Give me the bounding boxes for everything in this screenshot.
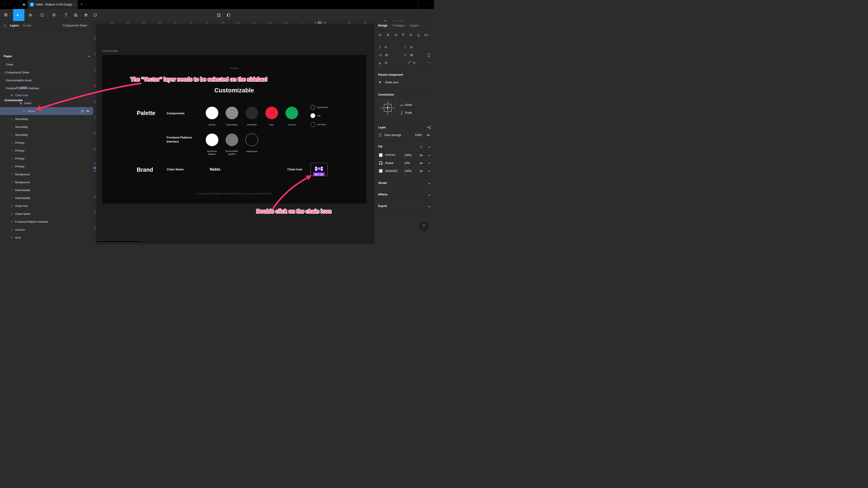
swatch-background[interactable] [246,133,258,146]
layer-row[interactable]: ○Primary [0,162,93,170]
layer-row[interactable]: ○Intermediate [0,194,93,202]
layer-row-vector-selected[interactable]: ▾ Vector [0,107,93,115]
layer-row[interactable]: ○Primary [0,139,93,147]
distribute-menu[interactable]: ⌄ [424,33,430,37]
main-menu-button[interactable]: ⌄ [3,9,11,21]
tab-design[interactable]: Design [378,24,388,27]
fill-color-value[interactable]: FFFFFF [385,154,396,157]
remove-fill-icon[interactable] [428,170,431,173]
swatch-bg-secondary-gradient[interactable] [225,133,238,146]
move-tool-button[interactable]: ⌄ [13,9,24,21]
layer-row[interactable]: ○Background [0,170,93,178]
document-tab[interactable]: nabla - Outpost UI Kit (Copy) × [28,0,78,9]
corner-radius-input[interactable]: 0 [413,61,415,65]
layer-row[interactable]: TChain Icon [0,202,93,210]
align-left-icon[interactable] [379,33,382,37]
layer-row[interactable]: ❖Chain Icon [0,91,93,99]
window-control-icon[interactable] [2,3,4,5]
comment-tool-button[interactable] [91,9,99,21]
blend-mode-select[interactable]: Pass through [384,133,401,137]
swatch-success[interactable] [285,107,298,119]
fill-swatch[interactable] [379,153,382,157]
fill-color-value[interactable]: DDDDDD [385,169,397,173]
add-page-button[interactable]: + [88,54,90,58]
constraints-widget[interactable] [379,100,396,116]
align-bottom-icon[interactable] [417,33,421,37]
fill-opacity[interactable]: 100% [404,169,412,173]
align-top-icon[interactable] [401,33,405,37]
layer-row[interactable]: TFrontend Platform Interface [0,218,93,226]
add-fill-button[interactable]: + [428,145,430,149]
customizable-frame[interactable]: nabla Customizable Palette Components pr… [102,55,366,203]
layer-row[interactable]: TChain Name [0,210,93,218]
tab-assets[interactable]: Assets [23,24,31,27]
w-input[interactable]: 32 [385,54,388,57]
swatch-error[interactable] [266,107,278,119]
add-stroke-button[interactable]: + [428,182,430,185]
hand-tool-button[interactable] [82,9,90,21]
tab-layers[interactable]: Layers [10,24,19,27]
swatch-bg-primary-gradient[interactable] [206,133,218,146]
add-effect-button[interactable]: + [428,193,430,197]
search-icon[interactable] [4,24,7,27]
page-selector[interactable]: Components Sheet ⌃ [63,24,90,27]
layer-row[interactable]: ○Secondary [0,131,93,139]
visibility-eye-icon[interactable] [427,134,430,137]
visibility-eye-icon[interactable] [86,109,90,112]
more-options-icon[interactable]: ⋯ [427,61,430,64]
fill-swatch[interactable] [379,169,382,173]
visibility-eye-icon[interactable] [420,170,423,173]
layer-row[interactable]: ○Primary [0,147,93,155]
horizontal-constraint-select[interactable]: Scale [405,103,412,106]
pen-tool-button[interactable]: ⌄ [51,9,60,21]
x-input[interactable]: 0 [385,46,386,49]
window-control-icon[interactable] [8,3,10,5]
frame-tool-button[interactable]: ⌄ [27,9,36,21]
layer-row[interactable]: Tsuccess [0,226,93,234]
add-export-button[interactable]: + [428,204,430,208]
close-tab-icon[interactable]: × [74,3,75,6]
layer-row[interactable]: ○Primary [0,155,93,162]
fill-swatch-radial[interactable] [379,161,382,165]
mask-button[interactable] [224,9,232,21]
swatch-text[interactable] [311,113,315,118]
remove-fill-icon[interactable] [428,162,431,165]
constrain-proportions-icon[interactable] [428,53,430,57]
layer-row[interactable]: TNabla [0,84,93,91]
unlock-icon[interactable] [81,109,84,112]
styles-grid-icon[interactable] [420,145,423,149]
remove-fill-icon[interactable] [428,154,431,157]
layer-row[interactable]: ○Secondary [0,115,93,123]
expand-arrow-icon[interactable]: ▾ [22,109,26,113]
layer-row[interactable]: Terror [0,234,93,241]
browser-menu-icon[interactable]: ⋯ [425,2,429,6]
layer-row[interactable]: ○Secondary [0,123,93,131]
rotation-input[interactable]: 0° [385,61,388,65]
edit-object-button[interactable] [215,9,223,21]
fill-opacity[interactable]: 20% [404,162,410,165]
y-input[interactable]: 11 [410,46,413,49]
align-vertical-center-icon[interactable] [409,33,413,37]
shape-tool-button[interactable]: ⌄ [39,9,48,21]
layer-row[interactable]: ◆Nabla [0,99,93,107]
swatch-bg-elements[interactable] [311,105,315,110]
layer-row[interactable]: ○Intermediate [0,186,93,194]
page-item-cover[interactable]: Cover [0,61,93,68]
canvas[interactable]: Customizable nabla Customizable Palette … [93,21,374,244]
fill-color-value[interactable]: Radial [385,162,393,165]
layer-opacity-input[interactable]: 100% [415,133,422,137]
swatch-intermediate[interactable] [225,107,238,119]
canvas-horizontal-scrollbar[interactable] [93,240,143,242]
h-input[interactable]: 16 [410,54,413,57]
layer-jump-icon[interactable] [427,126,431,129]
tab-prototype[interactable]: Prototype [393,24,405,27]
page-item-documentation-asset[interactable]: Documentation Asset [0,77,93,84]
align-right-icon[interactable] [394,33,397,37]
swatch-text-button[interactable] [311,122,315,127]
swatch-secondary[interactable] [246,107,258,119]
new-tab-button[interactable]: + [81,2,83,6]
page-item-components-sheet[interactable]: ✓ Components Sheet [0,69,93,76]
fill-opacity[interactable]: 100% [404,154,412,157]
parent-component-name[interactable]: Chain Icon [385,81,399,84]
resources-tool-button[interactable] [72,9,80,21]
